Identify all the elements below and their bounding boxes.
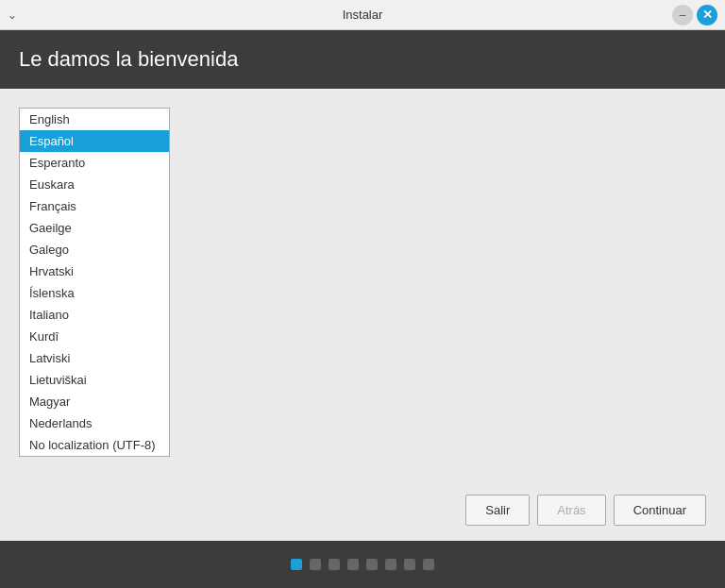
page-title: Le damos la bienvenida [19, 47, 706, 72]
footer-dot-5 [385, 559, 396, 570]
footer-dot-7 [423, 559, 434, 570]
back-button[interactable]: Atrás [537, 495, 605, 526]
language-item-francais[interactable]: Français [20, 195, 169, 217]
footer-dot-2 [329, 559, 340, 570]
minimize-button[interactable]: – [672, 5, 693, 25]
language-item-lietuviski[interactable]: Lietuviškai [20, 369, 169, 391]
footer-dot-0 [291, 559, 302, 570]
language-item-galego[interactable]: Galego [20, 239, 169, 260]
language-item-esperanto[interactable]: Esperanto [20, 152, 169, 174]
button-area: Salir Atrás Continuar [0, 479, 725, 541]
header: Le damos la bienvenida [0, 30, 725, 89]
window-controls: – ✕ [672, 5, 717, 25]
language-item-gaeilge[interactable]: Gaeilge [20, 217, 169, 239]
close-button[interactable]: ✕ [697, 5, 717, 25]
footer-dot-4 [366, 559, 378, 570]
footer [0, 541, 725, 588]
title-bar: ⌄ Instalar – ✕ [0, 0, 725, 30]
language-item-islenska[interactable]: Íslenska [20, 282, 169, 304]
language-item-magyar[interactable]: Magyar [20, 391, 169, 412]
language-item-italiano[interactable]: Italiano [20, 304, 169, 326]
window-title: Instalar [343, 8, 383, 22]
language-item-english[interactable]: English [20, 109, 169, 130]
language-item-nederlands[interactable]: Nederlands [20, 412, 169, 434]
footer-dot-6 [404, 559, 415, 570]
language-item-espanol[interactable]: Español [20, 130, 169, 152]
main-content: EnglishEspañolEsperantoEuskaraFrançaisGa… [0, 89, 725, 479]
exit-button[interactable]: Salir [465, 495, 530, 526]
footer-dot-1 [310, 559, 321, 570]
language-list[interactable]: EnglishEspañolEsperantoEuskaraFrançaisGa… [19, 108, 170, 457]
continue-button[interactable]: Continuar [614, 495, 706, 526]
footer-dot-3 [347, 559, 359, 570]
language-item-kurdi[interactable]: Kurdî [20, 326, 169, 347]
language-item-euskara[interactable]: Euskara [20, 174, 169, 195]
title-bar-left: ⌄ [8, 8, 25, 22]
language-item-no-localization[interactable]: No localization (UTF-8) [20, 434, 169, 456]
language-item-hrvatski[interactable]: Hrvatski [20, 260, 169, 282]
language-item-latviski[interactable]: Latviski [20, 347, 169, 369]
chevron-down-icon[interactable]: ⌄ [8, 8, 17, 22]
